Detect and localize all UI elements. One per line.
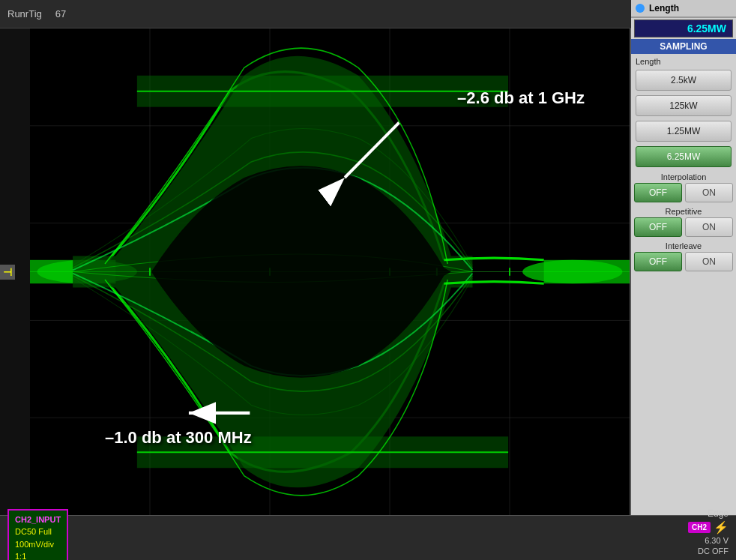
ch2-trigger: CH2 ⚡ [688, 520, 729, 535]
ch2-line1: DC50 Full [15, 526, 61, 538]
interleave-label: Interleave [634, 241, 733, 250]
interpolation-on-btn[interactable]: ON [685, 183, 733, 202]
length-header: Length [631, 0, 736, 18]
repetitive-toggle: OFF ON [634, 217, 733, 237]
bottom-bar: CH2_INPUT DC50 Full 100mV/div 1:1 Edge C… [0, 515, 736, 560]
run-trigger-label: RunrTig 67 [0, 8, 369, 19]
right-panel: Length 6.25MW SAMPLING Length 2.5kW 125k… [631, 0, 736, 560]
trigger-voltage: 6.30 V [705, 536, 729, 545]
interleave-section: Interleave OFF ON [634, 241, 733, 271]
repetitive-label: Repetitive [634, 207, 733, 216]
sampling-header: SAMPLING [631, 39, 736, 54]
length-section-label: Length [631, 54, 736, 67]
interleave-toggle: OFF ON [634, 252, 733, 271]
ch2-line3: 1:1 [15, 550, 61, 560]
interpolation-off-btn[interactable]: OFF [634, 183, 682, 202]
y-axis: ⊣ [0, 28, 30, 515]
interleave-on-btn[interactable]: ON [685, 252, 733, 271]
ch2-line2: 100mV/div [15, 538, 61, 551]
sampling-btn-125k[interactable]: 125kW [636, 95, 732, 116]
blue-dot-icon [636, 4, 645, 13]
trigger-icon: ⚡ [714, 520, 729, 535]
sampling-btn-2500k[interactable]: 2.5kW [636, 70, 732, 91]
annotation-top: –2.6 db at 1 GHz [457, 88, 585, 108]
length-title: Length [649, 3, 679, 13]
interpolation-toggle: OFF ON [634, 183, 733, 202]
interpolation-label: Interpolation [634, 172, 733, 181]
trigger-info: Edge CH2 ⚡ 6.30 V DC OFF [688, 508, 729, 556]
ch2-info: CH2_INPUT DC50 Full 100mV/div 1:1 [7, 509, 68, 561]
annotation-bottom: –1.0 db at 300 MHz [105, 428, 252, 448]
oscilloscope-screen: ⊣ Main : 6.25 M 5ms/div [0, 28, 631, 515]
sampling-btn-125mw[interactable]: 1.25MW [636, 121, 732, 142]
interpolation-section: Interpolation OFF ON [634, 172, 733, 202]
sampling-btn-625mw[interactable]: 6.25MW [636, 146, 732, 167]
ch2-title: CH2_INPUT [15, 514, 61, 526]
repetitive-off-btn[interactable]: OFF [634, 217, 682, 237]
interleave-off-btn[interactable]: OFF [634, 252, 682, 271]
waveform-display: Main : 6.25 M 5ms/div [30, 28, 630, 515]
ground-reference: ⊣ [0, 265, 15, 280]
trigger-mode: DC OFF [698, 547, 729, 556]
top-bar: RunrTig 67 Normal 125MS/s [0, 0, 736, 28]
repetitive-on-btn[interactable]: ON [685, 217, 733, 237]
ch2-badge: CH2 [688, 522, 711, 533]
edge-label: Edge [708, 508, 729, 519]
length-value: 6.25MW [634, 19, 733, 37]
repetitive-section: Repetitive OFF ON [634, 207, 733, 237]
